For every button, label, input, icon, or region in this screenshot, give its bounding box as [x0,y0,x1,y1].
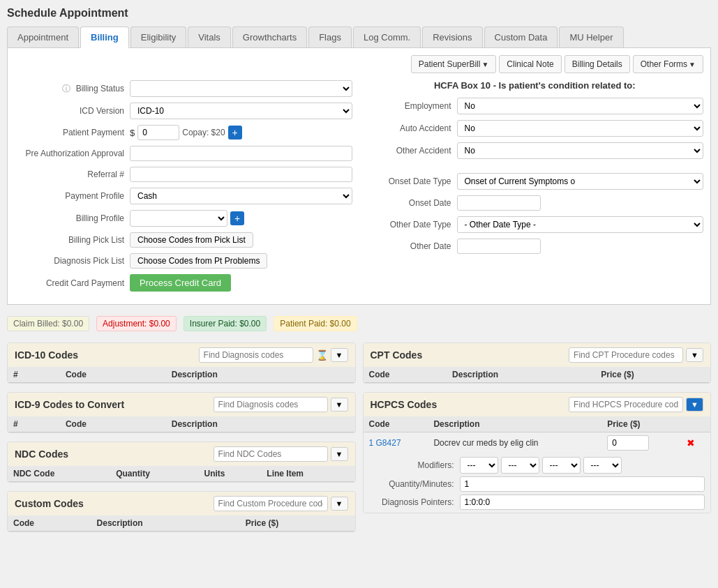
icd9-search-input[interactable] [214,397,328,412]
modifier-2-select[interactable]: ---AAAB [501,457,539,474]
modifier-3-select[interactable]: ---AAAB [542,457,581,474]
other-accident-label: Other Accident [366,146,457,156]
ndc-col-qty: Quantity [110,466,198,482]
other-date-type-select[interactable]: - Other Date Type - [457,216,704,233]
tab-log-comm[interactable]: Log Comm. [353,27,421,47]
icd10-search-input[interactable] [199,347,313,363]
quantity-input[interactable] [460,476,705,492]
hcpcs-data-row: 1 G8427 Docrev cur meds by elig clin ✖ [364,432,711,454]
add-payment-button[interactable]: + [228,126,242,140]
onset-date-input[interactable] [457,195,541,211]
referral-input[interactable] [130,167,352,182]
icd10-table: # Code Description [8,367,355,383]
auto-accident-select[interactable]: No Yes [457,120,704,137]
insurer-paid-badge: Insurer Paid: $0.00 [184,316,267,331]
pre-auth-input[interactable] [130,146,352,161]
cpt-title: CPT Codes [371,349,423,361]
onset-date-type-select[interactable]: Onset of Current Symptoms o Other [457,173,704,190]
pre-auth-control [130,146,352,161]
billing-pick-list-control: Choose Codes from Pick List [130,232,352,248]
tab-custom-data[interactable]: Custom Data [484,27,558,47]
icd9-col-num: # [8,416,60,432]
billing-pick-list-row: Billing Pick List Choose Codes from Pick… [15,232,352,248]
hcpcs-code-link[interactable]: 1 G8427 [369,438,401,448]
cpt-section: CPT Codes ▼ Code Description Price ($) [363,342,712,384]
employment-control: No Yes [457,98,704,114]
billing-status-select[interactable] [130,80,352,97]
other-accident-select[interactable]: No Yes [457,142,704,159]
modifier-4-select[interactable]: ---AAAB [583,457,622,474]
choose-codes-pick-list-button[interactable]: Choose Codes from Pick List [130,232,253,248]
icd-version-row: ICD Version ICD-10 ICD-9 [15,103,352,119]
choose-codes-problems-button[interactable]: Choose Codes from Pt Problems [130,253,267,269]
tab-appointment[interactable]: Appointment [7,27,79,47]
onset-date-type-row: Onset Date Type Onset of Current Symptom… [366,173,704,190]
onset-date-row: Onset Date [366,195,704,211]
icd9-search-wrapper: ▼ [214,397,348,412]
adjustment-badge: Adjustment: $0.00 [96,316,177,331]
patient-superbill-button[interactable]: Patient SuperBill ▼ [411,55,497,73]
tab-growthcharts[interactable]: Growthcharts [232,27,307,47]
auto-accident-row: Auto Accident No Yes [366,120,704,137]
custom-codes-title: Custom Codes [15,498,84,509]
cpt-search-button[interactable]: ▼ [686,348,703,362]
billing-status-control [130,80,352,97]
add-billing-profile-button[interactable]: + [230,211,244,225]
cpt-search-input[interactable] [569,347,683,363]
other-date-type-label: Other Date Type [366,220,457,229]
icd9-search-button[interactable]: ▼ [331,398,348,412]
payment-profile-select[interactable]: Cash Check Insurance [130,188,352,204]
billing-details-button[interactable]: Billing Details [564,55,630,73]
hcpcs-search-button[interactable]: ▼ [686,398,703,412]
hcpcs-row-desc: Docrev cur meds by elig clin [428,432,601,454]
referral-label: Referral # [15,169,130,179]
other-forms-button[interactable]: Other Forms ▼ [633,55,703,73]
icd10-search-button[interactable]: ▼ [331,348,348,362]
tab-billing[interactable]: Billing [80,27,129,48]
icd-version-select[interactable]: ICD-10 ICD-9 [130,103,352,119]
billing-pick-list-label: Billing Pick List [15,235,130,245]
diagnosis-pointers-input[interactable] [460,495,705,510]
ndc-search-button[interactable]: ▼ [331,447,348,461]
icd10-header: ICD-10 Codes ⌛ ▼ [8,343,355,367]
cpt-col-desc: Description [447,367,595,383]
patient-paid-badge: Patient Paid: $0.00 [274,316,357,331]
other-date-input[interactable] [457,239,541,254]
hcpcs-table: Code Description Price ($) 1 G8427 [364,416,711,454]
payment-profile-label: Payment Profile [15,191,130,201]
other-date-row: Other Date [366,239,704,254]
ndc-search-input[interactable] [214,446,328,462]
custom-codes-search-input[interactable] [214,496,328,511]
cpt-col-price: Price ($) [595,367,710,383]
diagnosis-pointers-row: Diagnosis Pointers: [369,495,705,510]
process-credit-card-button[interactable]: Process Credit Card [130,274,231,292]
diagnosis-pick-list-control: Choose Codes from Pt Problems [130,253,352,269]
patient-payment-input[interactable] [137,125,179,140]
custom-codes-search-button[interactable]: ▼ [331,497,348,511]
hcpcs-row-delete: ✖ [681,432,710,454]
patient-superbill-label: Patient SuperBill [419,59,481,69]
billing-status-label: ⓘ Billing Status [15,83,130,95]
hcpcs-col-action [681,416,710,432]
tab-eligibility[interactable]: Eligibility [130,27,187,47]
icd9-header: ICD-9 Codes to Convert ▼ [8,393,355,416]
tab-vitals[interactable]: Vitals [188,27,231,47]
other-date-type-control: - Other Date Type - [457,216,704,233]
tab-revisions[interactable]: Revisions [422,27,482,47]
modifier-1-select[interactable]: ---AAAB [460,457,498,474]
billing-profile-select[interactable] [130,210,227,227]
hcpcs-price-input[interactable] [607,435,649,451]
tab-flags[interactable]: Flags [308,27,352,47]
codes-container: ICD-10 Codes ⌛ ▼ # Code Description [7,342,711,541]
employment-select[interactable]: No Yes [457,98,704,114]
clinical-note-button[interactable]: Clinical Note [499,55,561,73]
hcpcs-col-desc: Description [428,416,601,432]
page-title: Schedule Appointment [7,7,711,20]
hcpcs-search-input[interactable] [569,397,683,412]
claim-billed-badge: Claim Billed: $0.00 [7,316,89,331]
hcpcs-delete-button[interactable]: ✖ [687,437,695,448]
custom-col-price: Price ($) [240,515,355,532]
icd-version-control: ICD-10 ICD-9 [130,103,352,119]
credit-card-label: Credit Card Payment [15,278,130,288]
tab-mu-helper[interactable]: MU Helper [559,27,623,47]
